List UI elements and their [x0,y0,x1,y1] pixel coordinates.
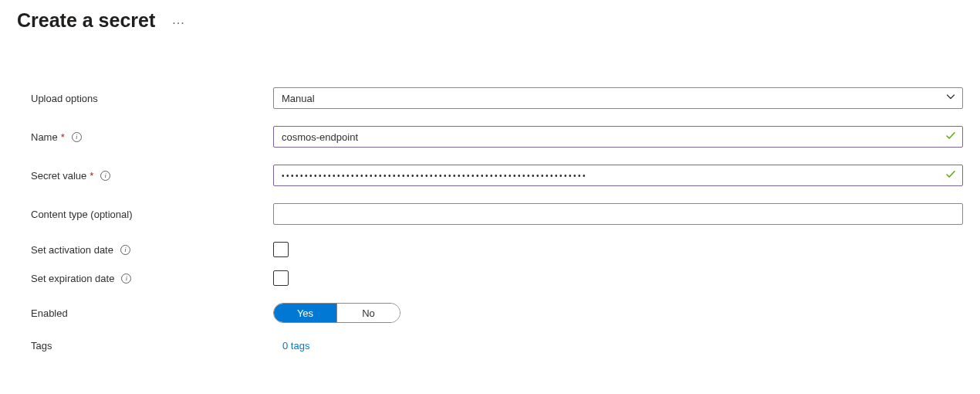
activation-date-label: Set activation date [31,244,113,256]
name-input[interactable] [273,126,963,148]
tags-label: Tags [31,340,52,352]
enabled-toggle-no[interactable]: No [337,304,400,322]
expiration-date-checkbox[interactable] [273,270,289,286]
info-icon[interactable]: i [72,132,82,142]
enabled-toggle-yes[interactable]: Yes [274,304,337,322]
name-label: Name [31,131,58,143]
activation-date-checkbox[interactable] [273,242,289,257]
upload-options-label: Upload options [31,93,98,104]
secret-value-label: Secret value [31,170,86,182]
upload-options-select[interactable] [273,87,963,109]
content-type-label: Content type (optional) [31,209,133,220]
info-icon[interactable]: i [121,273,131,284]
page-title: Create a secret [17,9,155,32]
expiration-date-label: Set expiration date [31,273,114,284]
info-icon[interactable]: i [120,245,130,255]
tags-link[interactable]: 0 tags [282,340,309,352]
secret-value-input[interactable] [273,165,963,186]
content-type-input[interactable] [273,203,963,225]
required-indicator: * [90,170,93,182]
more-icon[interactable]: ··· [172,12,184,29]
info-icon[interactable]: i [100,171,110,181]
enabled-toggle[interactable]: Yes No [273,303,400,323]
enabled-label: Enabled [31,307,68,319]
required-indicator: * [61,131,65,143]
